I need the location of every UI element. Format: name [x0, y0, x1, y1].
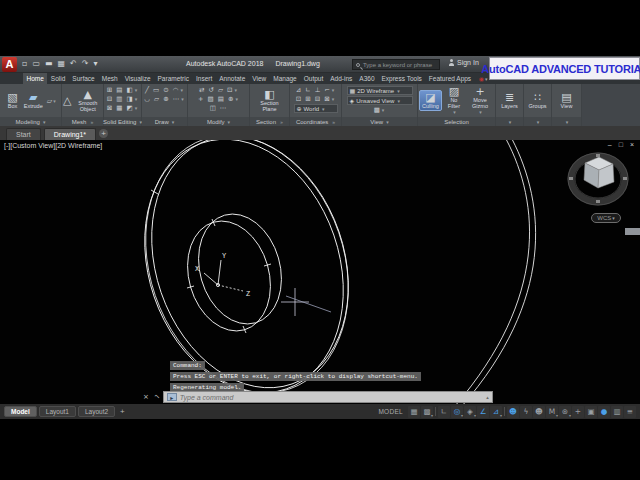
command-input[interactable]: ▸ Type a command ▴	[163, 391, 493, 403]
autoscale-icon[interactable]: ϟ	[520, 406, 532, 418]
move-gizmo-button[interactable]: + Move Gizmo	[466, 85, 494, 116]
save-icon[interactable]: ▬	[45, 59, 53, 68]
close-icon[interactable]: ×	[630, 141, 634, 148]
scale-list-icon[interactable]: M	[546, 406, 558, 418]
tab-surface[interactable]: Surface	[69, 73, 98, 84]
polar-tracking-icon[interactable]: ◎	[451, 406, 463, 418]
panel-label-coordinates[interactable]: Coordinates	[290, 117, 341, 126]
solid-editing-icons-row2[interactable]: ⊟ ▥ ◨	[107, 95, 138, 103]
named-view-dropdown[interactable]: ◈ Unsaved View	[347, 96, 413, 105]
panel-label-modeling[interactable]: Modeling	[0, 117, 61, 126]
customization-plus-icon[interactable]: +	[572, 406, 584, 418]
customize-wrench-icon[interactable]: ⌐	[152, 392, 162, 402]
isolate-objects-icon[interactable]: ▣	[585, 406, 597, 418]
osnap-icon[interactable]: ⊿	[490, 406, 502, 418]
isodraft-icon[interactable]: ◈	[464, 406, 476, 418]
groups-button[interactable]: ∷ Groups	[526, 91, 548, 110]
tab-mesh[interactable]: Mesh	[98, 73, 121, 84]
circle-entity-large-arc[interactable]	[462, 140, 536, 404]
viewcube[interactable]	[568, 153, 628, 205]
solid-editing-icons-row3[interactable]: ⊠ ▦ ◩	[107, 104, 138, 112]
layout-tab-layout1[interactable]: Layout1	[39, 406, 76, 417]
mesh-primitive-icon[interactable]: △	[63, 95, 71, 106]
no-filter-button[interactable]: ▨ No Filter	[444, 85, 464, 116]
panel-label-modify[interactable]: Modify	[188, 117, 249, 126]
tab-home[interactable]: Home	[23, 73, 47, 84]
viewport-config-icon[interactable]: ▩	[374, 106, 386, 114]
tab-output[interactable]: Output	[300, 73, 327, 84]
draw-icons-row2[interactable]: ◡ ▱ ⊕ ⋯	[144, 95, 184, 103]
panel-label-mesh[interactable]: Mesh	[62, 117, 103, 126]
panel-label-groups[interactable]	[524, 117, 551, 126]
panel-label-section[interactable]: Section	[250, 117, 289, 126]
solid-editing-icons-row1[interactable]: ⊞ ▤ ◧	[107, 86, 138, 94]
panel-label-selection[interactable]: Selection	[418, 117, 495, 126]
tab-express-tools[interactable]: Express Tools	[378, 73, 425, 84]
minimize-icon[interactable]: –	[608, 141, 612, 148]
annotation-scale-icon[interactable]: ☻	[533, 406, 545, 418]
undo-icon[interactable]: ↶	[70, 59, 77, 68]
circle-entity-inner-back[interactable]	[186, 204, 294, 334]
box-button[interactable]: ▧ Box	[5, 91, 19, 110]
otrack-icon[interactable]: ∠	[477, 406, 489, 418]
modify-icons-row1[interactable]: ⇄ ↺ ▱ ⊡	[199, 86, 238, 94]
tab-solid[interactable]: Solid	[47, 73, 68, 84]
record-icon[interactable]: ◉	[479, 73, 488, 84]
tab-featured-apps[interactable]: Featured Apps	[425, 73, 474, 84]
file-tab-start[interactable]: Start	[6, 128, 41, 140]
layer-properties-button[interactable]: ≣ Layers	[499, 91, 520, 110]
plot-icon[interactable]: ▦	[58, 59, 66, 68]
layout-tab-model[interactable]: Model	[4, 406, 37, 417]
qat-dropdown-icon[interactable]: ▾	[94, 59, 98, 68]
infocenter-search[interactable]: Type a keyword or phrase	[352, 59, 440, 70]
recent-commands-icon[interactable]: ▴	[486, 394, 489, 400]
customize-icon[interactable]: ≡	[624, 406, 636, 418]
circle-entity-outer[interactable]	[112, 140, 376, 404]
extrude-button[interactable]: ▰ Extrude	[22, 91, 45, 110]
ucs-world-dropdown[interactable]: ⊕ World	[294, 104, 338, 113]
panel-label-draw[interactable]: Draw	[142, 117, 187, 126]
open-file-icon[interactable]: ▭	[32, 59, 40, 68]
panel-label-solid-editing[interactable]: Solid Editing	[104, 117, 141, 126]
drawing-canvas[interactable]: Y X Z [-][Custom	[0, 140, 640, 404]
ortho-icon[interactable]: ∟	[438, 406, 450, 418]
model-space-label[interactable]: MODEL	[378, 408, 403, 415]
modify-icons-row2[interactable]: + ▨ ▤ ⊕	[198, 95, 239, 103]
viewport-controls[interactable]: [-][Custom View][2D Wireframe]	[4, 142, 102, 149]
visual-style-dropdown[interactable]: ▦ 2D Wireframe	[347, 86, 413, 95]
app-menu-button[interactable]: A	[2, 57, 17, 72]
draw-icons-row1[interactable]: ╱ ▭ ⊙ ◠	[145, 86, 184, 94]
workspace-icon[interactable]: ⊛	[559, 406, 571, 418]
new-drawing-tab-icon[interactable]: +	[99, 129, 108, 138]
ucs-icons-row2[interactable]: ⊡ ⊞ ⊟ ⊠	[296, 95, 336, 103]
modify-icons-row3[interactable]: ◫ ⋯	[210, 104, 228, 112]
new-file-icon[interactable]: ▫	[22, 59, 27, 68]
panel-label-view[interactable]: View	[342, 117, 417, 126]
circle-entity-large-arc2[interactable]	[455, 140, 530, 404]
restore-icon[interactable]: □	[619, 141, 623, 148]
tab-parametric[interactable]: Parametric	[154, 73, 192, 84]
tab-a360[interactable]: A360	[356, 73, 378, 84]
annotation-visibility-icon[interactable]: ☻	[507, 406, 519, 418]
panel-label-layers[interactable]	[496, 117, 523, 126]
polysolid-icon[interactable]: ▱	[47, 97, 56, 105]
graphics-performance-icon[interactable]: ●	[598, 406, 610, 418]
tab-annotate[interactable]: Annotate	[216, 73, 249, 84]
tab-add-ins[interactable]: Add-ins	[327, 73, 356, 84]
layout-tab-layout2[interactable]: Layout2	[78, 406, 115, 417]
grid-icon[interactable]: ▦	[408, 406, 420, 418]
view-tools-button[interactable]: ▤ View	[559, 91, 575, 110]
culling-button[interactable]: ◪ Culling	[419, 90, 442, 111]
clean-screen-icon[interactable]: ▥	[611, 406, 623, 418]
wcs-dropdown[interactable]: WCS	[591, 213, 621, 223]
panel-label-view-tools[interactable]	[552, 117, 581, 126]
tab-manage[interactable]: Manage	[270, 73, 301, 84]
circle-entity-outer-rim[interactable]	[119, 140, 381, 404]
smooth-object-button[interactable]: ▲ Smooth Object	[73, 88, 102, 113]
sign-in-button[interactable]: Sign In	[449, 59, 479, 66]
redo-icon[interactable]: ↷	[82, 59, 89, 68]
circle-entity-outer2[interactable]	[112, 140, 381, 404]
tab-insert[interactable]: Insert	[192, 73, 215, 84]
circle-entity-inner-front[interactable]	[175, 211, 283, 341]
command-close-icon[interactable]: ×	[143, 393, 149, 401]
